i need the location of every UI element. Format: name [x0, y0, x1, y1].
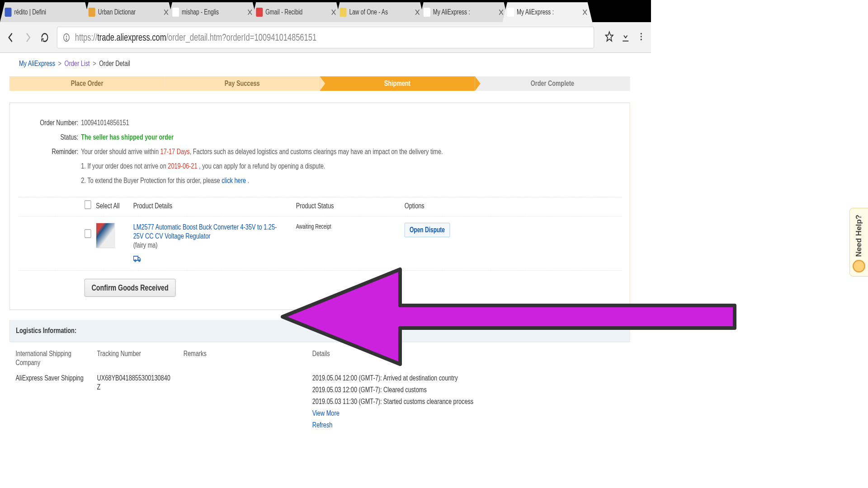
step-shipment: Shipment — [320, 76, 475, 91]
tracking-event: 2019.05.03 11:30 (GMT-7): Started custom… — [312, 397, 624, 406]
col-select-all: Select All — [96, 202, 133, 211]
select-all-checkbox[interactable] — [85, 200, 91, 209]
product-thumbnail[interactable] — [96, 223, 115, 248]
col-details: Details — [312, 349, 624, 367]
close-icon[interactable] — [499, 9, 504, 16]
tab-title: My AliExpress : — [517, 8, 580, 16]
close-icon[interactable] — [415, 9, 420, 16]
browser-tab[interactable]: Urban Dictionar — [84, 2, 174, 22]
breadcrumb-current: Order Detail — [99, 59, 130, 68]
svg-marker-3 — [606, 32, 613, 41]
download-icon[interactable] — [621, 31, 630, 44]
tab-title: Urban Dictionar — [98, 8, 161, 16]
browser-toolbar: https://trade.aliexpress.com/order_detai… — [0, 22, 651, 53]
view-more-link[interactable]: View More — [312, 409, 340, 418]
tabs: rédito | Defini Urban Dictionar mishap -… — [0, 1, 651, 22]
svg-point-9 — [139, 260, 140, 262]
tab-title: Gmail - Recibid — [265, 8, 329, 16]
help-avatar-icon — [853, 260, 865, 272]
refresh-link[interactable]: Refresh — [312, 421, 333, 429]
step-order-complete: Order Complete — [475, 76, 630, 91]
breadcrumb-orderlist[interactable]: Order List — [65, 59, 90, 68]
tracking-number: UX68YB0418855300130840Z — [97, 374, 184, 392]
items-header: Select All Product Details Product Statu… — [18, 197, 622, 216]
favicon-icon — [256, 8, 263, 17]
open-dispute-button[interactable]: Open Dispute — [405, 223, 450, 237]
tracking-details: 2019.05.04 12:00 (GMT-7): Arrived at des… — [312, 374, 624, 432]
menu-icon[interactable] — [637, 32, 645, 43]
svg-point-5 — [641, 36, 642, 38]
page-content: My AliExpress > Order List > Order Detai… — [9, 53, 630, 440]
browser-tab[interactable]: Gmail - Recibid — [251, 2, 341, 22]
col-product-status: Product Status — [296, 202, 405, 211]
bookmark-icon[interactable] — [605, 31, 614, 44]
svg-point-2 — [66, 38, 66, 39]
favicon-icon — [89, 8, 95, 17]
reminder-text: Your order should arrive within 17-17 Da… — [81, 145, 443, 159]
favicon-icon — [172, 8, 179, 17]
favicon-icon — [340, 8, 347, 17]
col-tracking-number: Tracking Number — [97, 349, 184, 367]
reload-icon[interactable] — [40, 31, 50, 44]
need-help-tab[interactable]: Need Help? — [849, 208, 868, 277]
reminder-line-2: 1. If your order does not arrive on 2019… — [81, 159, 443, 174]
url-text: https://trade.aliexpress.com/order_detai… — [75, 32, 316, 43]
tab-title: rédito | Defini — [14, 8, 85, 16]
browser-tab[interactable]: My AliExpress : — [419, 2, 509, 22]
breadcrumb: My AliExpress > Order List > Order Detai… — [19, 59, 630, 68]
browser-tabstrip: rédito | Defini Urban Dictionar mishap -… — [0, 0, 651, 22]
breadcrumb-root[interactable]: My AliExpress — [19, 59, 55, 68]
address-bar[interactable]: https://trade.aliexpress.com/order_detai… — [57, 27, 594, 48]
tracking-event: 2019.05.04 12:00 (GMT-7): Arrived at des… — [312, 374, 624, 383]
tab-title: mishap - Englis — [182, 8, 245, 16]
item-status: Awaiting Receipt — [296, 223, 405, 230]
browser-tab[interactable]: Law of One - As — [335, 2, 425, 22]
order-number: 100941014856151 — [81, 116, 443, 130]
confirm-goods-received-button[interactable]: Confirm Goods Received — [85, 279, 176, 297]
step-pay-success: Pay Success — [165, 76, 320, 91]
order-info-box: Order Number: 100941014856151 Status: Th… — [9, 103, 630, 310]
extend-protection-link[interactable]: click here — [222, 176, 246, 185]
truck-icon[interactable] — [133, 254, 142, 264]
close-icon[interactable] — [582, 9, 588, 16]
label-reminder: Reminder: — [18, 145, 81, 159]
col-product-details: Product Details — [133, 202, 296, 211]
browser-tab[interactable]: rédito | Defini — [0, 2, 90, 22]
svg-point-8 — [135, 260, 136, 262]
close-icon[interactable] — [247, 9, 253, 16]
favicon-icon — [507, 8, 514, 17]
tab-title: My AliExpress : — [433, 8, 496, 16]
order-status: The seller has shipped your order — [81, 130, 443, 145]
svg-point-4 — [641, 33, 642, 35]
tab-title: Law of One - As — [349, 8, 413, 16]
browser-tab-active[interactable]: My AliExpress : — [503, 2, 593, 22]
item-checkbox[interactable] — [85, 229, 91, 238]
label-order-number: Order Number: — [18, 116, 81, 130]
reminder-line-3: 2. To extend the Buyer Protection for th… — [81, 174, 443, 188]
col-options: Options — [405, 202, 622, 211]
forward-icon[interactable] — [23, 31, 33, 44]
seller-name: (fairy ma) — [133, 241, 296, 250]
close-icon[interactable] — [164, 9, 169, 16]
close-icon[interactable] — [331, 9, 336, 16]
back-icon[interactable] — [6, 31, 16, 44]
col-remarks: Remarks — [184, 349, 312, 367]
logistics-heading: Logistics Information: — [9, 320, 630, 342]
tracking-event: 2019.05.03 12:00 (GMT-7): Cleared custom… — [312, 385, 624, 394]
product-link[interactable]: LM2577 Automatic Boost Buck Converter 4-… — [133, 223, 279, 241]
order-item-row: LM2577 Automatic Boost Buck Converter 4-… — [18, 216, 622, 271]
logistics-table: International Shipping Company Tracking … — [9, 342, 630, 440]
shipping-company: AliExpress Saver Shipping — [16, 374, 97, 383]
need-help-label: Need Help? — [854, 215, 863, 257]
label-status: Status: — [18, 130, 81, 145]
svg-point-6 — [641, 39, 642, 41]
favicon-icon — [5, 8, 12, 17]
step-place-order: Place Order — [9, 76, 165, 91]
browser-tab[interactable]: mishap - Englis — [168, 2, 258, 22]
favicon-icon — [424, 8, 430, 17]
progress-stepper: Place Order Pay Success Shipment Order C… — [9, 76, 630, 91]
col-shipping-company: International Shipping Company — [16, 349, 97, 367]
